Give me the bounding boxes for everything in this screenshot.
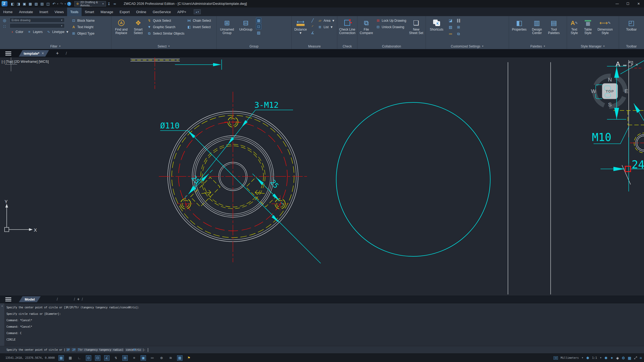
tool-palettes-button[interactable]: ▤ Tool Palettes <box>546 18 561 35</box>
open-file-icon[interactable]: ◨ <box>16 1 21 6</box>
layers-button[interactable]: ≡Layers <box>27 29 43 35</box>
help-icon[interactable]: ? <box>67 2 71 6</box>
color-button[interactable]: ◑Color <box>10 29 23 35</box>
prompt-option-3p[interactable]: 3P <box>66 348 70 352</box>
toolbar-button[interactable]: ◰ Toolbar <box>624 18 639 31</box>
block-name-button[interactable]: ⊡Block Name <box>71 18 95 23</box>
palettes-section-label[interactable]: Palettes▼ <box>509 43 567 49</box>
measure-section-label[interactable]: Measure <box>292 43 337 49</box>
viewport-controls-label[interactable]: [-] [Top] [2D Wireframe] [WCS] <box>2 60 49 64</box>
drawing-viewport[interactable]: [-] [Top] [2D Wireframe] [WCS] <box>0 57 644 295</box>
units-dropdown[interactable]: Millimeters <box>561 356 579 360</box>
workspace-selector[interactable]: ⚙ 2D Drafting & Annota... ▼ <box>74 1 106 6</box>
ortho-mode-icon[interactable]: ∟ <box>77 355 82 361</box>
file-compare-button[interactable]: ⧉ File Compare <box>359 18 374 35</box>
annotation-scale-value[interactable]: 1:1 <box>592 356 597 360</box>
auto-annotation-icon[interactable]: ✦ <box>610 356 613 360</box>
view-cube[interactable]: N W E S TOP <box>590 71 630 111</box>
redo-icon[interactable]: ↷ <box>59 1 64 6</box>
linetype-button[interactable]: ∿Linetype▼ <box>46 29 69 35</box>
menu-annotate[interactable]: Annotate <box>16 8 36 16</box>
unnamed-group-button[interactable]: ⊞ Unnamed Group <box>218 18 236 35</box>
object-type-button[interactable]: ⊞Object Type <box>71 31 95 36</box>
tab-menu-icon[interactable] <box>5 51 11 56</box>
group-edit-icon[interactable]: ▦ <box>256 18 261 23</box>
workspace-grid-icon[interactable]: ▦ <box>177 355 182 361</box>
style-manager-section-label[interactable]: Style Manager▼ <box>567 43 619 49</box>
dimension-style-button[interactable]: ⟷✎ Dimension Style <box>596 18 614 35</box>
lineweight-display-icon[interactable]: ≡ <box>131 355 137 361</box>
minimize-button[interactable]: — <box>612 0 623 8</box>
chevron-down-icon[interactable]: ▼ <box>600 357 602 359</box>
ungroup-button[interactable]: ⊟ UnGroup <box>238 18 254 31</box>
group-manager-icon[interactable]: ▨ <box>256 30 261 35</box>
shortcuts-button[interactable]: K Shortcuts <box>428 18 445 31</box>
text-style-button[interactable]: A✎ Text Style <box>569 18 580 35</box>
cad-canvas[interactable]: Ø110 3-M12 25 25 N W E S <box>0 57 644 295</box>
unlock-drawing-button[interactable]: ⊟Unlock Drawing <box>376 24 406 30</box>
hardware-acceleration-icon[interactable]: ▦ <box>628 356 631 360</box>
lock-up-drawing-button[interactable]: ⊠Lock Up Drawing <box>376 18 406 23</box>
command-prompt[interactable]: Specify the center point of circle or [ … <box>0 346 644 353</box>
prompt-option-ttr[interactable]: Ttr (tangency tangency radius) <box>77 348 124 352</box>
measure-arc-icon[interactable]: ◜ <box>310 24 315 29</box>
save-as-icon[interactable]: ▩ <box>28 1 33 6</box>
settings-gear-icon[interactable]: ⚙ <box>622 356 625 360</box>
area-button[interactable]: ▱Area▼ <box>318 18 335 23</box>
barcode-icon[interactable]: ∥∥ <box>456 18 461 23</box>
object-snap-icon[interactable]: ⊡ <box>95 355 100 361</box>
properties-button[interactable]: ◧ Properties <box>511 18 528 31</box>
annotation-monitor-icon[interactable]: ⊕ <box>159 355 164 361</box>
grid-settings-icon[interactable]: ▦ <box>58 355 64 361</box>
menu-geoservice[interactable]: GeoService <box>149 8 174 16</box>
vp-close-icon[interactable]: ✕ <box>635 62 638 67</box>
filter-section-label[interactable]: Filter▼ <box>0 43 111 49</box>
chevron-down-icon[interactable]: ▼ <box>581 357 584 359</box>
dynamic-prompt-icon[interactable]: ⊞ <box>122 355 128 361</box>
command-line-panel[interactable]: ✕ Specify the center point of circle or … <box>0 303 644 353</box>
quick-properties-icon[interactable]: ≔ <box>150 355 155 361</box>
vp-minimize-icon[interactable] <box>623 65 627 66</box>
check-line-connection-button[interactable]: Check Line Connection <box>339 18 356 35</box>
menu-insert[interactable]: Insert <box>36 8 52 16</box>
copy-icon[interactable]: ▧ <box>34 1 39 6</box>
print-icon[interactable]: ▤ <box>39 1 45 6</box>
select-similar-button[interactable]: ⧉Select Similar Objects <box>147 31 184 36</box>
isolate-objects-icon[interactable]: ⚑ <box>186 355 192 361</box>
toolbar-section-label[interactable]: Toolbar <box>619 43 644 49</box>
measure-coordinates-icon[interactable]: ∡ <box>310 30 315 35</box>
fullscreen-icon[interactable]: ⤢ <box>634 356 637 360</box>
measure-slope-icon[interactable]: ╱ <box>310 18 315 23</box>
chain-select-button[interactable]: ⋈Chain Select <box>187 18 211 23</box>
status-menu-icon[interactable]: ≡ <box>640 356 642 360</box>
group-bounding-icon[interactable]: ⊡ <box>256 24 261 29</box>
menu-app-plus[interactable]: APP+ <box>174 8 190 16</box>
object-snap-tracking-icon[interactable]: ∠ <box>104 355 109 361</box>
selection-cycling-icon[interactable]: ▣ <box>141 355 146 361</box>
filter-scope-combobox[interactable]: Entire drawing ▼ <box>10 18 65 23</box>
polar-tracking-icon[interactable]: ⊙ <box>86 355 91 361</box>
menu-views[interactable]: Views <box>51 8 67 16</box>
text-height-button[interactable]: AText Height <box>71 24 95 30</box>
qat-more-icon[interactable]: ≂ <box>112 1 118 6</box>
annotation-scale-icon[interactable]: ✱ <box>586 356 590 360</box>
quick-select-button[interactable]: ↯Quick Select <box>147 18 184 23</box>
annotation-scale-sync-icon[interactable]: ≋ <box>168 355 173 361</box>
find-replace-button[interactable]: A Find and Replace <box>113 18 129 35</box>
maximize-button[interactable]: ☐ <box>623 0 633 8</box>
tab-model[interactable]: Model <box>19 296 41 302</box>
select-section-label[interactable]: Select▼ <box>111 43 216 49</box>
alias-list-icon[interactable]: ≔ <box>448 31 453 36</box>
group-section-label[interactable]: Group <box>217 43 291 49</box>
tab-close-icon[interactable]: ✕ <box>42 51 44 55</box>
menu-tools[interactable]: Tools <box>67 8 82 16</box>
annotation-visibility-icon[interactable]: ✱ <box>605 356 608 360</box>
grid-display-icon[interactable]: ▦ <box>68 355 73 361</box>
filter-value-combobox[interactable]: ▼ <box>10 23 65 28</box>
menu-online[interactable]: Online <box>133 8 149 16</box>
menu-home[interactable]: Home <box>0 8 16 16</box>
smart-select-button[interactable]: ❖ Smart Select <box>132 18 145 35</box>
selection-filter-icon[interactable]: ◈ <box>616 356 619 360</box>
layout-menu-icon[interactable] <box>5 297 11 301</box>
save-icon[interactable]: ▣ <box>22 1 27 6</box>
